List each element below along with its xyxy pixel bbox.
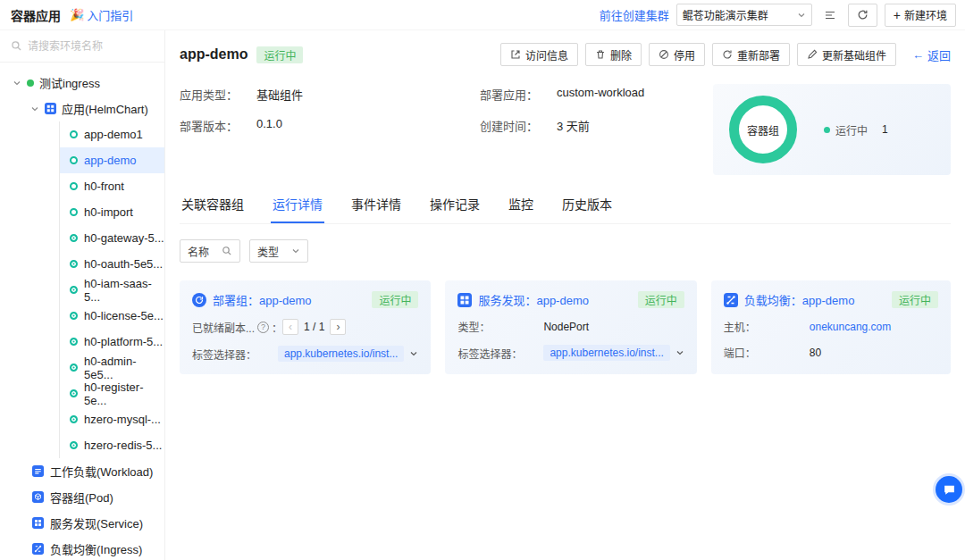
sidebar-item-environment[interactable]: 测试ingress <box>0 70 164 96</box>
next-page-icon[interactable]: › <box>330 319 346 335</box>
create-cluster-link[interactable]: 前往创建集群 <box>600 6 669 23</box>
sidebar-item-app[interactable]: h0-import <box>60 199 164 225</box>
page-indicator: 1 / 1 <box>304 321 324 333</box>
chevron-down-icon[interactable] <box>676 348 684 357</box>
pod-icon <box>32 491 44 503</box>
chevron-down-icon[interactable] <box>30 104 39 113</box>
tab-related-pods[interactable]: 关联容器组 <box>180 189 246 223</box>
service-type-label: 类型： <box>457 319 543 334</box>
filter-bar: 名称 类型 <box>180 239 951 263</box>
resource-cards: 部署组：app-demo 运行中 已就绪副本... ? ： ‹ 1 / 1 › <box>180 280 951 374</box>
tab-monitoring[interactable]: 监控 <box>507 189 535 223</box>
stop-button[interactable]: 停用 <box>649 43 705 66</box>
back-link[interactable]: ← 返回 <box>912 46 951 63</box>
sidebar-item-service[interactable]: 服务发现(Service) <box>0 510 164 536</box>
tab-event-details[interactable]: 事件详情 <box>349 189 403 223</box>
host-link[interactable]: onekuncang.com <box>810 321 891 333</box>
access-info-button[interactable]: 访问信息 <box>500 43 578 66</box>
sidebar-item-app[interactable]: h0-register-5e... <box>60 380 164 406</box>
detail-header: app-demo 运行中 访问信息 删除 <box>180 43 951 66</box>
app-status-icon <box>70 208 78 216</box>
search-icon <box>11 40 22 52</box>
service-type-value: NodePort <box>543 321 589 333</box>
refresh-button[interactable] <box>848 4 877 27</box>
sidebar-item-app[interactable]: h0-oauth-5e5... <box>60 251 164 277</box>
sidebar-item-app[interactable]: h0-iam-saas-5... <box>60 277 164 303</box>
info-value: 基础组件 <box>256 86 480 103</box>
getting-started-link[interactable]: 🎉 入门指引 <box>70 6 133 23</box>
env-tree: 测试ingress 应用(HelmChart) app-demo1 app-de… <box>0 63 164 560</box>
replica-pager: ‹ 1 / 1 › <box>282 319 346 335</box>
ingress-card-title[interactable]: 负载均衡：app-demo <box>744 291 855 308</box>
detail-tabs: 关联容器组 运行详情 事件详情 操作记录 监控 历史版本 <box>180 189 951 224</box>
sidebar-item-app[interactable]: h0-gateway-5... <box>60 225 164 251</box>
deployment-card-title[interactable]: 部署组：app-demo <box>213 291 312 308</box>
redeploy-icon <box>722 49 733 60</box>
service-card-icon <box>457 293 472 307</box>
help-icon[interactable]: ? <box>257 322 269 333</box>
sidebar-item-app[interactable]: h0-front <box>60 173 164 199</box>
env-search-input[interactable] <box>28 40 144 53</box>
chevron-down-icon <box>797 11 806 20</box>
port-label: 端口： <box>724 345 810 360</box>
sidebar-item-app[interactable]: hzero-redis-5... <box>60 432 164 458</box>
service-label: 服务发现(Service) <box>50 514 143 531</box>
delete-label: 删除 <box>610 47 632 63</box>
type-filter-label: 类型 <box>257 244 279 259</box>
info-label: 应用类型： <box>180 86 256 103</box>
env-list-icon[interactable] <box>819 4 841 26</box>
selector-tag[interactable]: app.kubernetes.io/inst... <box>543 345 669 361</box>
topbar-right: 前往创建集群 鲲苍功能演示集群 + 新建环境 <box>600 4 956 27</box>
sidebar-item-app-selected[interactable]: app-demo <box>60 147 164 173</box>
app-status-icon <box>70 389 78 397</box>
info-label: 部署版本： <box>180 117 256 134</box>
app-status-icon <box>70 156 78 164</box>
update-base-component-label: 更新基础组件 <box>822 47 886 63</box>
sidebar-item-app[interactable]: hzero-mysql-... <box>60 406 164 432</box>
app-label: app-demo <box>84 154 137 167</box>
update-base-component-button[interactable]: 更新基础组件 <box>797 43 896 66</box>
sidebar-item-workload[interactable]: 工作负载(Workload) <box>0 458 164 484</box>
sidebar-item-pod[interactable]: 容器组(Pod) <box>0 484 164 510</box>
tab-operation-records[interactable]: 操作记录 <box>428 189 482 223</box>
redeploy-label: 重新部署 <box>737 47 780 63</box>
deployment-card-header: 部署组：app-demo 运行中 <box>192 291 418 308</box>
service-card-title[interactable]: 服务发现：app-demo <box>478 291 589 308</box>
app-label: h0-admin-5e5... <box>84 355 164 381</box>
service-card-header: 服务发现：app-demo 运行中 <box>457 291 684 308</box>
cluster-select[interactable]: 鲲苍功能演示集群 <box>676 4 812 26</box>
app-status-icon <box>70 338 78 346</box>
sidebar-item-app[interactable]: app-demo1 <box>60 121 164 147</box>
app-label: h0-gateway-5... <box>84 231 164 245</box>
chevron-down-icon[interactable] <box>13 79 21 88</box>
env-status-dot <box>27 79 34 87</box>
info-value: custom-workload <box>557 86 692 103</box>
chevron-down-icon[interactable] <box>409 349 418 358</box>
topbar: 容器应用 🎉 入门指引 前往创建集群 鲲苍功能演示集群 + <box>0 0 965 30</box>
sidebar-item-ingress[interactable]: 负载均衡(Ingress) <box>0 536 164 560</box>
sidebar-item-app[interactable]: h0-platform-5... <box>60 329 164 355</box>
type-filter[interactable]: 类型 <box>249 239 308 263</box>
delete-button[interactable]: 删除 <box>585 43 642 66</box>
app-status-icon <box>70 286 78 294</box>
header-actions: 访问信息 删除 停用 <box>500 43 951 66</box>
selector-tag[interactable]: app.kubernetes.io/inst... <box>278 346 404 362</box>
info-value: 0.1.0 <box>256 117 480 134</box>
colon: ： <box>272 320 282 335</box>
tab-history-versions[interactable]: 历史版本 <box>560 189 614 223</box>
name-filter[interactable]: 名称 <box>180 239 240 263</box>
tab-running-details[interactable]: 运行详情 <box>271 189 324 223</box>
search-icon <box>222 246 232 256</box>
pods-donut-chart: 容器组 <box>729 96 797 163</box>
sidebar-item-app-group[interactable]: 应用(HelmChart) <box>0 96 164 121</box>
sidebar-item-app[interactable]: h0-license-5e... <box>60 303 164 329</box>
new-environment-button[interactable]: + 新建环境 <box>885 4 956 27</box>
port-value: 80 <box>810 347 821 359</box>
legend-label: 运行中 <box>835 122 868 138</box>
app-status-icon <box>70 312 78 320</box>
redeploy-button[interactable]: 重新部署 <box>712 43 790 66</box>
prev-page-icon[interactable]: ‹ <box>282 319 298 335</box>
chat-fab[interactable] <box>936 476 962 503</box>
app-label: h0-platform-5... <box>84 335 163 348</box>
sidebar-item-app[interactable]: h0-admin-5e5... <box>60 355 164 380</box>
